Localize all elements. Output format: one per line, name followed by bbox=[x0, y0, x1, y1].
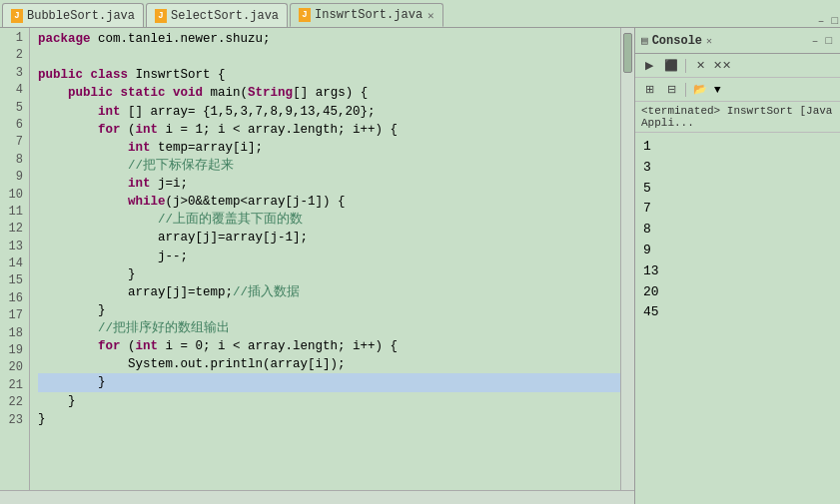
line-number: 20 bbox=[0, 359, 23, 376]
tab-inswrtsort-label: InswrtSort.java bbox=[315, 8, 422, 22]
code-line: //上面的覆盖其下面的数 bbox=[38, 211, 620, 229]
console-dropdown-btn[interactable]: ▼ bbox=[712, 84, 723, 96]
line-numbers: 1234567891011121314151617181920212223 bbox=[0, 28, 30, 490]
editor-scrollbar[interactable] bbox=[620, 28, 634, 490]
bottom-scrollbar[interactable] bbox=[0, 490, 634, 504]
code-line: } bbox=[38, 392, 620, 410]
editor-scrollable: 1234567891011121314151617181920212223 pa… bbox=[0, 28, 634, 490]
main-area: 1234567891011121314151617181920212223 pa… bbox=[0, 28, 840, 504]
console-terminated-label: <terminated> InswrtSort [Java Appli... bbox=[635, 102, 840, 133]
console-header: ▤ Console ✕ – □ bbox=[635, 28, 840, 54]
tab-close-icon[interactable]: ✕ bbox=[427, 9, 434, 22]
line-number: 5 bbox=[0, 100, 23, 117]
code-line: int [] array= {1,5,3,7,8,9,13,45,20}; bbox=[38, 103, 620, 121]
code-line: //把下标保存起来 bbox=[38, 157, 620, 175]
line-number: 12 bbox=[0, 221, 23, 238]
code-line: //把排序好的数组输出 bbox=[38, 319, 620, 337]
line-number: 13 bbox=[0, 239, 23, 255]
tab-bubblesort[interactable]: J BubbleSort.java bbox=[2, 3, 144, 27]
console-window-controls: – □ bbox=[810, 35, 834, 47]
line-number: 23 bbox=[0, 412, 23, 429]
line-number: 1 bbox=[0, 30, 23, 47]
tab-inswrtsort[interactable]: J InswrtSort.java ✕ bbox=[290, 3, 443, 27]
code-line: array[j]=temp;//插入数据 bbox=[38, 283, 620, 301]
console-toolbar-bottom: ⊞ ⊟ 📂 ▼ bbox=[635, 78, 840, 102]
code-line bbox=[38, 48, 620, 66]
console-output-line: 9 bbox=[643, 241, 832, 261]
java-file-icon-2: J bbox=[155, 9, 167, 23]
line-number: 3 bbox=[0, 65, 23, 82]
code-line: int j=i; bbox=[38, 175, 620, 193]
toolbar-sep-2 bbox=[685, 83, 686, 97]
line-number: 21 bbox=[0, 377, 23, 394]
console-icon: ▤ bbox=[641, 34, 648, 47]
console-title: Console bbox=[652, 34, 702, 48]
line-number: 7 bbox=[0, 134, 23, 151]
console-output-line: 13 bbox=[643, 261, 832, 282]
line-number: 9 bbox=[0, 169, 23, 186]
editor-pane: 1234567891011121314151617181920212223 pa… bbox=[0, 28, 635, 504]
code-line: public class InswrtSort { bbox=[38, 66, 620, 84]
console-open-btn[interactable]: 📂 bbox=[690, 81, 710, 99]
line-number: 6 bbox=[0, 117, 23, 134]
code-line: package com.tanlei.newer.shuzu; bbox=[38, 30, 620, 48]
maximize-icon[interactable]: □ bbox=[829, 15, 840, 27]
line-number: 22 bbox=[0, 394, 23, 411]
tab-bar: J BubbleSort.java J SelectSort.java J In… bbox=[0, 0, 840, 28]
code-line: } bbox=[38, 301, 620, 319]
line-number: 17 bbox=[0, 307, 23, 324]
code-content[interactable]: package com.tanlei.newer.shuzu; public c… bbox=[30, 28, 620, 490]
code-line bbox=[38, 428, 620, 446]
code-line: for (int i = 0; i < array.length; i++) { bbox=[38, 337, 620, 355]
toolbar-sep-1 bbox=[685, 59, 686, 73]
tab-selectsort[interactable]: J SelectSort.java bbox=[146, 3, 288, 27]
console-clear-btn[interactable]: ✕ bbox=[690, 57, 710, 75]
code-line: while(j>0&&temp<array[j-1]) { bbox=[38, 193, 620, 211]
line-number: 8 bbox=[0, 152, 23, 169]
line-number: 15 bbox=[0, 272, 23, 289]
console-tab-close: ✕ bbox=[706, 35, 712, 47]
console-output-line: 45 bbox=[643, 302, 832, 323]
console-output-line: 3 bbox=[643, 158, 832, 179]
scroll-track[interactable] bbox=[621, 28, 634, 490]
tab-selectsort-label: SelectSort.java bbox=[171, 9, 279, 23]
line-number: 16 bbox=[0, 290, 23, 307]
console-output-line: 8 bbox=[643, 220, 832, 241]
line-number: 2 bbox=[0, 47, 23, 64]
tab-bubblesort-label: BubbleSort.java bbox=[27, 9, 135, 23]
console-minimize-icon[interactable]: – bbox=[810, 35, 821, 47]
console-output-line: 20 bbox=[643, 282, 832, 303]
console-run-btn[interactable]: ▶ bbox=[639, 57, 659, 75]
console-clear2-btn[interactable]: ✕✕ bbox=[712, 57, 732, 75]
code-line: } bbox=[38, 373, 620, 391]
code-line: j--; bbox=[38, 248, 620, 265]
console-title-area: ▤ Console ✕ bbox=[641, 34, 712, 48]
console-output: 135789132045 bbox=[635, 133, 840, 504]
java-file-icon: J bbox=[11, 9, 23, 23]
console-paste-btn[interactable]: ⊟ bbox=[661, 81, 681, 99]
scroll-thumb[interactable] bbox=[623, 33, 632, 73]
line-number: 18 bbox=[0, 325, 23, 342]
console-maximize-icon[interactable]: □ bbox=[823, 35, 834, 47]
console-copy-btn[interactable]: ⊞ bbox=[639, 81, 659, 99]
console-toolbar-top: ▶ ⬛ ✕ ✕✕ bbox=[635, 54, 840, 78]
code-line: public static void main(String[] args) { bbox=[38, 84, 620, 102]
console-stop-btn[interactable]: ⬛ bbox=[661, 57, 681, 75]
minimize-icon[interactable]: – bbox=[816, 15, 827, 27]
java-file-icon-3: J bbox=[299, 8, 311, 22]
code-line: System.out.println(array[i]); bbox=[38, 355, 620, 373]
console-panel: ▤ Console ✕ – □ ▶ ⬛ ✕ ✕✕ ⊞ ⊟ 📂 ▼ <ter bbox=[635, 28, 840, 504]
line-number: 4 bbox=[0, 82, 23, 99]
console-output-line: 1 bbox=[643, 137, 832, 158]
editor-window-controls: – □ bbox=[816, 15, 840, 27]
line-number: 19 bbox=[0, 342, 23, 359]
console-output-line: 5 bbox=[643, 179, 832, 200]
code-line: } bbox=[38, 265, 620, 283]
code-line: } bbox=[38, 410, 620, 428]
code-line: array[j]=array[j-1]; bbox=[38, 229, 620, 247]
code-line: for (int i = 1; i < array.length; i++) { bbox=[38, 121, 620, 139]
line-number: 10 bbox=[0, 187, 23, 204]
line-number: 11 bbox=[0, 204, 23, 221]
code-line: int temp=array[i]; bbox=[38, 139, 620, 157]
line-number: 14 bbox=[0, 255, 23, 272]
